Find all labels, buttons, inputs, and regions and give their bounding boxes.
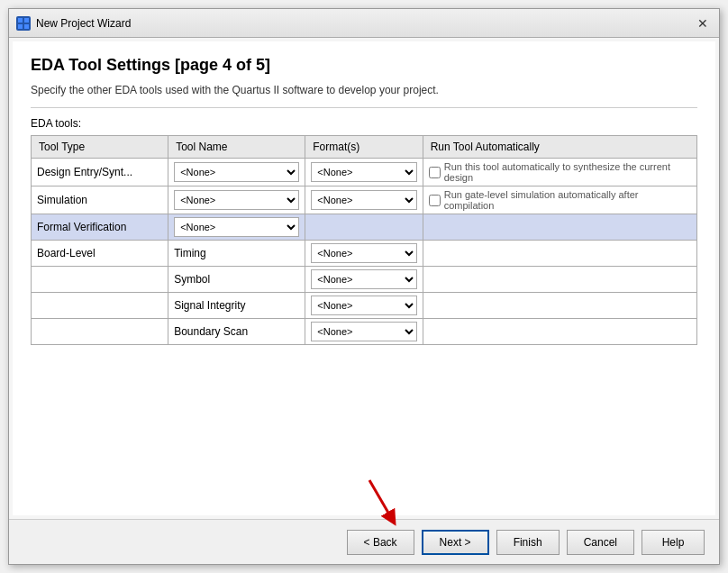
run-auto-text-0: Run this tool automatically to synthesiz… xyxy=(429,161,691,183)
description-text: Specify the other EDA tools used with th… xyxy=(31,84,697,96)
formats-cell: <None> xyxy=(305,319,423,345)
table-row: Formal Verification <None> xyxy=(32,214,697,241)
formats-cell: <None> xyxy=(305,293,423,319)
run-auto-text-1: Run gate-level simulation automatically … xyxy=(429,189,691,211)
section-label: EDA tools: xyxy=(31,117,697,130)
col-run-auto: Run Tool Automatically xyxy=(423,136,696,159)
tool-name-select-0[interactable]: <None> xyxy=(174,162,299,182)
empty-area xyxy=(31,345,697,480)
cancel-button[interactable]: Cancel xyxy=(567,530,634,555)
tool-name-cell: Timing xyxy=(168,241,305,267)
svg-rect-3 xyxy=(24,24,29,29)
table-row: Board-Level Timing <None> xyxy=(32,241,697,267)
formats-cell: <None> xyxy=(305,241,423,267)
title-bar-left: New Project Wizard xyxy=(16,16,131,31)
eda-tools-table: Tool Type Tool Name Format(s) Run Tool A… xyxy=(31,135,697,345)
tool-name-cell: Signal Integrity xyxy=(168,293,305,319)
formats-select-6[interactable]: <None> xyxy=(311,322,416,341)
tool-name-select-2[interactable]: <None> xyxy=(174,217,299,237)
run-auto-checkbox-0[interactable] xyxy=(429,167,441,178)
col-tool-type: Tool Type xyxy=(32,136,168,159)
tool-type-cell xyxy=(32,319,168,345)
tool-type-cell: Formal Verification xyxy=(32,214,168,241)
table-row: Design Entry/Synt... <None> <None> xyxy=(32,159,697,186)
run-auto-cell: Run gate-level simulation automatically … xyxy=(423,186,696,214)
svg-rect-2 xyxy=(18,24,23,29)
run-auto-cell xyxy=(423,267,696,293)
tool-type-cell xyxy=(32,267,168,293)
run-auto-checkbox-1[interactable] xyxy=(429,195,441,206)
table-row: Boundary Scan <None> xyxy=(32,319,697,345)
main-content: EDA Tool Settings [page 4 of 5] Specify … xyxy=(13,41,715,515)
formats-cell xyxy=(305,214,423,241)
tool-type-cell xyxy=(32,293,168,319)
formats-cell: <None> xyxy=(305,186,423,214)
app-icon xyxy=(16,16,31,31)
finish-button[interactable]: Finish xyxy=(496,530,560,555)
title-bar: New Project Wizard ✕ xyxy=(9,9,719,38)
tool-name-select-1[interactable]: <None> xyxy=(174,190,299,210)
run-auto-cell xyxy=(423,214,696,241)
formats-select-1[interactable]: <None> xyxy=(311,190,416,210)
col-tool-name: Tool Name xyxy=(168,136,305,159)
formats-cell: <None> xyxy=(305,267,423,293)
tool-name-cell: Symbol xyxy=(168,267,305,293)
formats-select-0[interactable]: <None> xyxy=(311,162,416,182)
run-auto-cell: Run this tool automatically to synthesiz… xyxy=(423,159,696,186)
tool-name-cell: Boundary Scan xyxy=(168,319,305,345)
tool-name-cell: <None> xyxy=(168,214,305,241)
footer: < Back Next > Finish Cancel Help xyxy=(9,519,719,564)
formats-select-3[interactable]: <None> xyxy=(311,243,416,263)
table-row: Simulation <None> <None> xyxy=(32,186,697,214)
table-row: Symbol <None> xyxy=(32,267,697,293)
window-title: New Project Wizard xyxy=(36,17,131,30)
separator xyxy=(31,107,697,108)
run-auto-cell xyxy=(423,319,696,345)
formats-select-5[interactable]: <None> xyxy=(311,296,416,315)
col-formats: Format(s) xyxy=(305,136,423,159)
run-auto-cell xyxy=(423,241,696,267)
tool-name-cell: <None> xyxy=(168,186,305,214)
page-title: EDA Tool Settings [page 4 of 5] xyxy=(31,56,697,75)
tool-type-cell: Design Entry/Synt... xyxy=(32,159,168,186)
svg-rect-1 xyxy=(24,18,29,23)
svg-rect-0 xyxy=(18,18,23,23)
next-button[interactable]: Next > xyxy=(422,530,489,555)
tool-name-cell: <None> xyxy=(168,159,305,186)
formats-select-4[interactable]: <None> xyxy=(311,269,416,289)
table-row: Signal Integrity <None> xyxy=(32,293,697,319)
back-button[interactable]: < Back xyxy=(347,530,414,555)
tool-type-cell: Simulation xyxy=(32,186,168,214)
help-button[interactable]: Help xyxy=(642,530,705,555)
dialog-window: New Project Wizard ✕ EDA Tool Settings [… xyxy=(8,8,720,565)
formats-cell: <None> xyxy=(305,159,423,186)
close-button[interactable]: ✕ xyxy=(694,14,712,32)
run-auto-cell xyxy=(423,293,696,319)
tool-type-cell: Board-Level xyxy=(32,241,168,267)
